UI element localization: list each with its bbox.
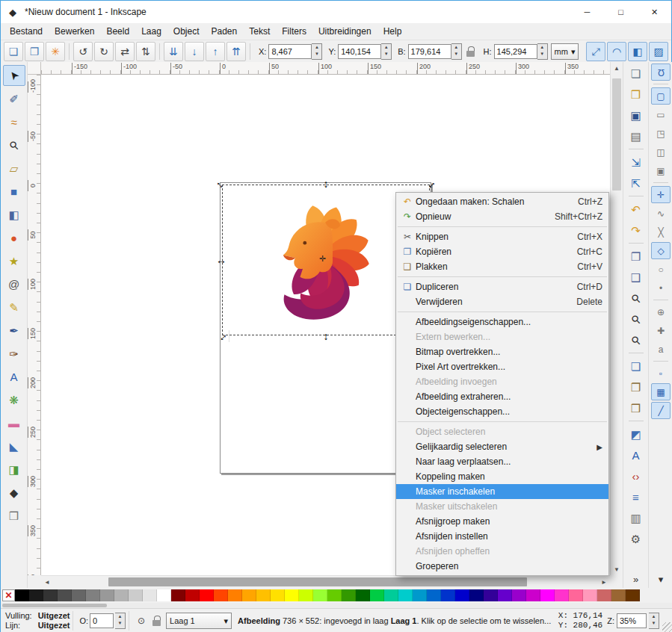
menu-item-koppeling-maken[interactable]: Koppeling maken — [396, 469, 608, 484]
snap-bbox-edges-toggle[interactable]: ▭ — [651, 106, 671, 123]
menu-item-naar-laag-verplaatsen[interactable]: Naar laag verplaatsen... — [396, 454, 608, 469]
fill-stroke-indicator[interactable]: Vulling: Uitgezet Lijn: Uitgezet — [1, 611, 70, 631]
palette-swatch[interactable] — [256, 589, 271, 601]
menu-item-groeperen[interactable]: Groeperen — [396, 559, 608, 574]
import-button[interactable]: ⇲ — [626, 152, 647, 172]
palette-swatch[interactable] — [384, 589, 398, 601]
no-color-swatch[interactable]: ✕ — [2, 589, 15, 601]
palette-swatch[interactable] — [185, 589, 200, 601]
opacity-spinner[interactable]: ▲▼ — [115, 613, 126, 629]
menu-item-afbeelding-extraheren[interactable]: Afbeelding extraheren... — [396, 389, 608, 404]
close-button[interactable]: ✕ — [638, 1, 671, 23]
snap-bbox-corners-toggle[interactable]: ◳ — [651, 125, 671, 142]
palette-swatch[interactable] — [242, 589, 256, 601]
spin-up-icon[interactable]: ▲ — [115, 613, 125, 620]
menu-laag[interactable]: Laag — [135, 25, 167, 38]
palette-swatch[interactable] — [540, 589, 555, 601]
palette-swatch[interactable] — [157, 589, 171, 601]
paste-button[interactable]: ❑ — [626, 267, 647, 287]
menu-item-masker-inschakelen[interactable]: Masker inschakelen — [396, 484, 608, 499]
rotate-cw-button[interactable]: ↻ — [94, 42, 114, 61]
rectangle-tool[interactable]: ■ — [3, 181, 25, 202]
measure-tool[interactable]: ▱ — [3, 158, 25, 179]
palette-swatch[interactable] — [342, 589, 356, 601]
palette-swatch[interactable] — [356, 589, 370, 601]
menu-item-afsnijgroep-maken[interactable]: Afsnijgroep maken — [396, 514, 608, 529]
select-all-layers-button[interactable]: ❐ — [25, 42, 44, 61]
maximize-button[interactable]: □ — [604, 1, 638, 23]
box-3d-tool[interactable]: ◧ — [3, 204, 25, 225]
menu-item-afbeeldingseigenschappen[interactable]: Afbeeldingseigenschappen... — [396, 315, 608, 329]
duplicate-button[interactable]: ❏ — [626, 356, 647, 376]
x-field-spinner[interactable]: ▲▼ — [312, 43, 322, 60]
lower-button[interactable]: ↓ — [185, 42, 204, 61]
snap-smooth-nodes-toggle[interactable]: ○ — [651, 261, 671, 278]
flip-horizontal-button[interactable]: ⇄ — [115, 42, 135, 61]
export-button[interactable]: ⇱ — [626, 173, 647, 193]
x-field-input[interactable]: 8,467 — [268, 44, 312, 59]
palette-swatch[interactable] — [299, 589, 313, 601]
paint-bucket-tool[interactable]: ◣ — [3, 436, 25, 456]
palette-swatch[interactable] — [569, 589, 583, 601]
palette-swatch[interactable] — [285, 589, 299, 601]
palette-scrollbar[interactable] — [1, 603, 672, 608]
raise-to-top-button[interactable]: ⇈ — [226, 42, 246, 61]
xml-editor-button[interactable]: ‹› — [626, 466, 647, 486]
horizontal-ruler[interactable]: -150-100-50050100150200250300350400 — [41, 62, 610, 75]
y-field-spinner[interactable]: ▲▼ — [381, 43, 392, 60]
dropper-tool[interactable]: ◆ — [3, 482, 25, 503]
palette-swatch[interactable] — [512, 589, 526, 601]
palette-swatch[interactable] — [427, 589, 441, 601]
rotation-center-icon[interactable]: ✛ — [319, 254, 326, 264]
menu-item-bitmap-overtrekken[interactable]: Bitmap overtrekken... — [396, 344, 608, 359]
opacity-input[interactable]: 0 — [90, 613, 114, 628]
undo-button[interactable]: ↶ — [626, 199, 647, 219]
lock-ratio-toggle[interactable] — [466, 46, 475, 58]
menu-bestand[interactable]: Bestand — [4, 25, 49, 38]
palette-swatch[interactable] — [72, 589, 86, 601]
snap-midpoints-toggle[interactable]: • — [651, 279, 671, 297]
scale-corners-toggle[interactable]: ◠ — [607, 42, 626, 61]
document-properties-button[interactable]: ▥ — [626, 508, 647, 527]
palette-swatch[interactable] — [555, 589, 569, 601]
preferences-button[interactable]: ⚙ — [626, 529, 647, 548]
palette-swatch[interactable] — [271, 589, 285, 601]
scroll-right-icon[interactable]: ► — [598, 576, 610, 588]
layer-visibility-icon[interactable]: ⊙ — [135, 615, 147, 627]
zoom-selection-button[interactable]: ⚲ — [626, 288, 647, 308]
x-field-down-icon[interactable]: ▼ — [312, 51, 321, 58]
tweak-tool[interactable]: ≈ — [3, 111, 25, 132]
menu-item-kopi-ren[interactable]: ❐KopiërenCtrl+C — [396, 244, 608, 259]
scale-handle-sw[interactable]: ↔ — [215, 330, 229, 342]
scale-handle-s[interactable]: ↕ — [320, 330, 332, 342]
menu-tekst[interactable]: Tekst — [243, 25, 276, 38]
palette-swatch[interactable] — [597, 589, 611, 601]
palette-swatch[interactable] — [626, 589, 640, 601]
menu-uitbreidingen[interactable]: Uitbreidingen — [312, 25, 377, 38]
spin-down-icon[interactable]: ▼ — [649, 620, 659, 627]
zoom-spinner[interactable]: ▲▼ — [649, 613, 659, 629]
layer-lock-icon[interactable] — [152, 616, 161, 627]
palette-swatch[interactable] — [129, 589, 143, 601]
snap-bbox-midpoints-toggle[interactable]: ◫ — [651, 143, 671, 161]
scale-stroke-toggle[interactable]: ⤢ — [586, 42, 605, 61]
palette-swatch[interactable] — [228, 589, 242, 601]
menu-object[interactable]: Object — [167, 25, 206, 38]
raise-button[interactable]: ↑ — [206, 42, 225, 61]
scroll-left-icon[interactable]: ◄ — [41, 576, 53, 588]
menu-item-dupliceren[interactable]: ❏DuplicerenCtrl+D — [396, 279, 608, 294]
palette-scroll-thumb[interactable] — [2, 604, 107, 607]
node-tool[interactable]: ✐ — [3, 88, 25, 109]
zoom-drawing-button[interactable]: ⚲ — [626, 309, 647, 329]
selector-tool[interactable]: ➤ — [3, 65, 25, 86]
palette-swatch[interactable] — [327, 589, 342, 601]
palette-swatch[interactable] — [43, 589, 58, 601]
minimize-button[interactable]: ─ — [570, 1, 604, 23]
snap-enable-toggle[interactable]: Ω — [651, 63, 671, 81]
fill-stroke-dialog-button[interactable]: ◩ — [626, 424, 647, 444]
gradient-tool[interactable]: ◨ — [3, 459, 25, 480]
palette-swatch[interactable] — [143, 589, 157, 601]
palette-swatch[interactable] — [469, 589, 484, 601]
menu-item-ongedaan-maken-schalen[interactable]: ↶Ongedaan maken: SchalenCtrl+Z — [396, 194, 608, 209]
spin-up-icon[interactable]: ▲ — [649, 613, 659, 620]
